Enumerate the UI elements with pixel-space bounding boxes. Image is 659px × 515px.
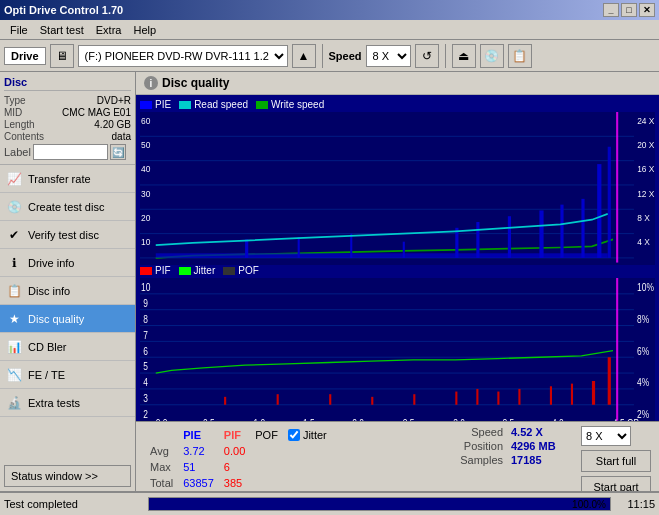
legend-jitter: Jitter	[179, 265, 216, 276]
legend-pie-label: PIE	[155, 99, 171, 110]
legend-pif-color	[140, 267, 152, 275]
nav-transfer-rate[interactable]: 📈 Transfer rate	[0, 165, 135, 193]
total-label: Total	[146, 476, 177, 490]
disc-mid-row: MID CMC MAG E01	[4, 107, 131, 118]
svg-text:24 X: 24 X	[637, 115, 654, 125]
arrow-up-btn[interactable]: ▲	[292, 44, 316, 68]
transfer-rate-icon: 📈	[6, 171, 22, 187]
svg-text:1.5: 1.5	[303, 417, 315, 421]
svg-rect-40	[597, 164, 601, 258]
svg-text:8 X: 8 X	[637, 212, 650, 222]
svg-text:6%: 6%	[637, 345, 650, 357]
sidebar-nav: 📈 Transfer rate 💿 Create test disc ✔ Ver…	[0, 165, 135, 461]
disc-section-title: Disc	[4, 76, 131, 91]
maximize-button[interactable]: □	[621, 3, 637, 17]
menu-start-test[interactable]: Start test	[34, 22, 90, 38]
nav-fe-te[interactable]: 📉 FE / TE	[0, 361, 135, 389]
pie-chart-svg: 60 50 40 30 20 10 24 X 20 X 16 X 12 X 8 …	[140, 112, 655, 274]
jitter-checkbox[interactable]	[288, 429, 300, 441]
menu-extra[interactable]: Extra	[90, 22, 128, 38]
menu-help[interactable]: Help	[127, 22, 162, 38]
stats-max-row: Max 51 6	[146, 460, 331, 474]
svg-text:0.5: 0.5	[203, 417, 215, 421]
progress-bar	[149, 498, 610, 510]
samples-value: 17185	[511, 454, 561, 466]
stats-header-pof: POF	[251, 428, 282, 442]
refresh-btn[interactable]: ↺	[415, 44, 439, 68]
svg-rect-82	[476, 389, 478, 405]
legend-pof-label: POF	[238, 265, 259, 276]
nav-create-test-disc[interactable]: 💿 Create test disc	[0, 193, 135, 221]
separator-2	[445, 44, 446, 68]
svg-rect-32	[350, 234, 352, 258]
nav-extra-tests[interactable]: 🔬 Extra tests	[0, 389, 135, 417]
menu-file[interactable]: File	[4, 22, 34, 38]
settings-btn[interactable]: 📋	[508, 44, 532, 68]
stats-table: PIE PIF POF Jitter Avg 3.72 0.00	[144, 426, 333, 491]
speed-row: Speed 4.52 X	[433, 426, 561, 438]
eject-btn[interactable]: ⏏	[452, 44, 476, 68]
nav-drive-info[interactable]: ℹ Drive info	[0, 249, 135, 277]
svg-text:20: 20	[141, 212, 150, 222]
mid-key: MID	[4, 107, 22, 118]
nav-cd-bler[interactable]: 📊 CD Bler	[0, 333, 135, 361]
nav-create-test-disc-label: Create test disc	[28, 201, 104, 213]
svg-text:2.0: 2.0	[352, 417, 364, 421]
svg-text:4%: 4%	[637, 376, 650, 388]
minimize-button[interactable]: _	[603, 3, 619, 17]
nav-fe-te-label: FE / TE	[28, 369, 65, 381]
stats-total-row: Total 63857 385	[146, 476, 331, 490]
create-test-disc-icon: 💿	[6, 199, 22, 215]
nav-verify-test-disc[interactable]: ✔ Verify test disc	[0, 221, 135, 249]
sidebar: Disc Type DVD+R MID CMC MAG E01 Length 4…	[0, 72, 136, 491]
start-part-button[interactable]: Start part	[581, 476, 651, 491]
svg-text:2.5: 2.5	[403, 417, 415, 421]
separator-1	[322, 44, 323, 68]
svg-text:12 X: 12 X	[637, 188, 654, 198]
nav-disc-info[interactable]: 📋 Disc info	[0, 277, 135, 305]
avg-pif: 0.00	[220, 444, 249, 458]
stats-header-row: PIE PIF POF Jitter	[146, 428, 331, 442]
speed-dropdown[interactable]: 8 X Max 4X 16X	[581, 426, 631, 446]
disc-label-input[interactable]	[33, 144, 108, 160]
legend-read-speed-label: Read speed	[194, 99, 248, 110]
svg-rect-80	[413, 394, 415, 405]
svg-rect-30	[245, 239, 248, 258]
verify-test-disc-icon: ✔	[6, 227, 22, 243]
media-btn[interactable]: 💿	[480, 44, 504, 68]
status-window-button[interactable]: Status window >>	[4, 465, 131, 487]
samples-row: Samples 17185	[433, 454, 561, 466]
legend-pif-label: PIF	[155, 265, 171, 276]
legend-pof: POF	[223, 265, 259, 276]
close-button[interactable]: ✕	[639, 3, 655, 17]
svg-rect-77	[277, 394, 279, 405]
jitter-label: Jitter	[303, 429, 327, 441]
contents-value: data	[112, 131, 131, 142]
svg-rect-83	[497, 392, 499, 405]
max-label: Max	[146, 460, 177, 474]
svg-text:30: 30	[141, 188, 150, 198]
drive-select[interactable]: (F:) PIONEER DVD-RW DVR-111 1.29	[78, 45, 288, 67]
svg-rect-89	[616, 278, 618, 421]
speed-select[interactable]: 8 X Max 4X 16X	[366, 45, 411, 67]
disc-label-button[interactable]: 🔄	[110, 144, 126, 160]
svg-rect-76	[224, 397, 226, 405]
legend-read-speed: Read speed	[179, 99, 248, 110]
svg-text:16 X: 16 X	[637, 164, 654, 174]
titlebar-buttons: _ □ ✕	[603, 3, 655, 17]
stats-avg-row: Avg 3.72 0.00	[146, 444, 331, 458]
total-jitter-empty	[284, 476, 331, 490]
legend-pie: PIE	[140, 99, 171, 110]
drive-icon-btn[interactable]: 🖥	[50, 44, 74, 68]
disc-info-panel: Disc Type DVD+R MID CMC MAG E01 Length 4…	[0, 72, 135, 165]
svg-rect-31	[298, 237, 300, 258]
nav-transfer-rate-label: Transfer rate	[28, 173, 91, 185]
svg-rect-39	[581, 199, 584, 258]
svg-rect-79	[371, 397, 373, 405]
stats-right-panel: Speed 4.52 X Position 4296 MB Samples 17…	[433, 426, 561, 466]
svg-rect-35	[476, 222, 479, 258]
max-pif: 6	[220, 460, 249, 474]
nav-disc-quality[interactable]: ★ Disc quality	[0, 305, 135, 333]
start-full-button[interactable]: Start full	[581, 450, 651, 472]
svg-rect-42	[616, 112, 618, 263]
